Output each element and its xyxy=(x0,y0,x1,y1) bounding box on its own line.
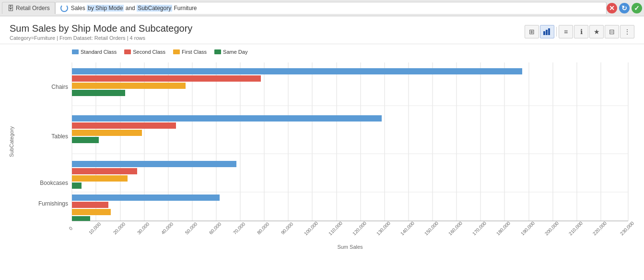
svg-rect-0 xyxy=(543,31,545,35)
bar-chart-svg: 0 10,000 20,000 30,000 40,000 50,000 60,… xyxy=(5,58,638,250)
bar-chart-button[interactable] xyxy=(540,25,554,38)
y-axis-labels: Chairs Tables Bookcases Furnishings xyxy=(38,84,68,207)
bars-tables xyxy=(72,115,382,143)
svg-text:200,000: 200,000 xyxy=(544,220,560,237)
bar-furnishings-sameday xyxy=(72,216,90,221)
retail-orders-tab[interactable]: 🗄 Retail Orders xyxy=(2,2,55,14)
y-label-furnishings: Furnishings xyxy=(38,200,68,207)
retail-tab-label: Retail Orders xyxy=(16,5,50,12)
svg-text:170,000: 170,000 xyxy=(471,220,488,237)
bar-tables-first xyxy=(72,130,142,136)
bar-bookcases-first xyxy=(72,175,128,182)
chart-container: Standard Class Second Class First Class … xyxy=(0,44,644,250)
svg-text:60,000: 60,000 xyxy=(208,221,222,236)
svg-text:0: 0 xyxy=(68,225,74,231)
table-view-button[interactable]: ⊞ xyxy=(525,25,539,38)
bar-chairs-second xyxy=(72,75,261,82)
svg-text:50,000: 50,000 xyxy=(184,221,199,236)
legend-color-sameday xyxy=(214,49,221,54)
x-axis-label: Sum Sales xyxy=(337,244,363,250)
svg-text:210,000: 210,000 xyxy=(568,220,584,237)
svg-text:10,000: 10,000 xyxy=(88,221,102,236)
svg-text:190,000: 190,000 xyxy=(520,220,536,237)
svg-text:140,000: 140,000 xyxy=(399,220,416,237)
legend-item-sameday: Same Day xyxy=(214,49,247,55)
list-button[interactable]: ≡ xyxy=(559,25,573,38)
bar-chart-icon xyxy=(543,28,551,35)
chart-legend: Standard Class Second Class First Class … xyxy=(72,49,639,55)
bar-tables-second xyxy=(72,122,176,129)
legend-color-standard xyxy=(72,49,79,54)
bar-bookcases-standard xyxy=(72,161,236,167)
ok-tab-button[interactable]: ✓ xyxy=(632,3,642,13)
bars-bookcases xyxy=(72,161,236,189)
bar-chairs-first xyxy=(72,83,186,89)
svg-rect-2 xyxy=(548,28,550,35)
legend-item-standard: Standard Class xyxy=(72,49,117,55)
x-axis-labels: 0 10,000 20,000 30,000 40,000 50,000 60,… xyxy=(68,220,635,237)
bar-furnishings-second xyxy=(72,202,108,208)
refresh-tab-button[interactable]: ↻ xyxy=(619,3,630,13)
legend-label-standard: Standard Class xyxy=(81,49,117,55)
svg-text:20,000: 20,000 xyxy=(112,221,127,236)
bar-bookcases-sameday xyxy=(72,183,82,189)
legend-color-second xyxy=(124,49,131,54)
svg-text:150,000: 150,000 xyxy=(423,220,440,237)
toolbar-separator-1 xyxy=(556,27,557,37)
legend-label-sameday: Same Day xyxy=(223,49,247,55)
svg-text:230,000: 230,000 xyxy=(619,220,635,237)
page-header: Sum Sales by Ship Mode and Subcategory C… xyxy=(0,16,644,44)
svg-text:120,000: 120,000 xyxy=(351,220,368,237)
y-label-bookcases: Bookcases xyxy=(40,180,68,186)
y-label-tables: Tables xyxy=(51,133,68,140)
more-button[interactable]: ⋮ xyxy=(620,25,634,38)
bar-tables-standard xyxy=(72,115,382,122)
chart-svg-wrapper: 0 10,000 20,000 30,000 40,000 50,000 60,… xyxy=(5,58,639,250)
y-label-chairs: Chairs xyxy=(51,84,68,90)
close-tab-button[interactable]: ✕ xyxy=(607,3,617,13)
info-button[interactable]: ℹ xyxy=(574,25,588,38)
svg-text:100,000: 100,000 xyxy=(303,220,319,237)
header-left: Sum Sales by Ship Mode and Subcategory C… xyxy=(10,23,192,41)
bars-chairs xyxy=(72,68,522,96)
page-title: Sum Sales by Ship Mode and Subcategory xyxy=(10,23,192,34)
pin-button[interactable]: ★ xyxy=(589,25,604,38)
legend-item-second: Second Class xyxy=(124,49,165,55)
bar-bookcases-second xyxy=(72,168,137,174)
tab-controls: ✕ ↻ ✓ xyxy=(607,3,642,13)
bar-furnishings-first xyxy=(72,209,111,215)
svg-text:110,000: 110,000 xyxy=(328,220,344,237)
bar-chairs-sameday xyxy=(72,90,125,96)
legend-item-first: First Class xyxy=(173,49,207,55)
database-icon: 🗄 xyxy=(7,4,14,12)
svg-text:130,000: 130,000 xyxy=(375,220,392,237)
svg-text:40,000: 40,000 xyxy=(160,221,175,236)
svg-text:30,000: 30,000 xyxy=(136,221,151,236)
svg-text:160,000: 160,000 xyxy=(447,220,464,237)
bar-tables-sameday xyxy=(72,137,99,143)
bar-furnishings-standard xyxy=(72,195,220,201)
active-tab[interactable]: Sales by Ship Mode and SubCategory Furni… xyxy=(55,2,607,14)
svg-text:90,000: 90,000 xyxy=(280,221,294,236)
legend-label-first: First Class xyxy=(182,49,207,55)
save-button[interactable]: ⊟ xyxy=(605,25,619,38)
legend-color-first xyxy=(173,49,180,54)
y-axis-label: SubCategory xyxy=(9,126,14,157)
svg-text:180,000: 180,000 xyxy=(495,220,512,237)
bars-furnishings xyxy=(72,195,220,221)
svg-text:80,000: 80,000 xyxy=(256,221,270,236)
svg-rect-1 xyxy=(546,30,548,35)
tab-bar: 🗄 Retail Orders Sales by Ship Mode and S… xyxy=(0,0,644,16)
loading-icon xyxy=(60,4,68,12)
bar-chairs-standard xyxy=(72,68,522,74)
toolbar: ⊞ ≡ ℹ ★ ⊟ ⋮ xyxy=(525,25,634,38)
svg-text:220,000: 220,000 xyxy=(592,220,608,237)
legend-label-second: Second Class xyxy=(133,49,165,55)
svg-text:70,000: 70,000 xyxy=(232,221,246,236)
page-subtitle: Category=Furniture | From Dataset: Retai… xyxy=(10,35,192,41)
active-tab-text: Sales by Ship Mode and SubCategory Furni… xyxy=(71,5,197,12)
